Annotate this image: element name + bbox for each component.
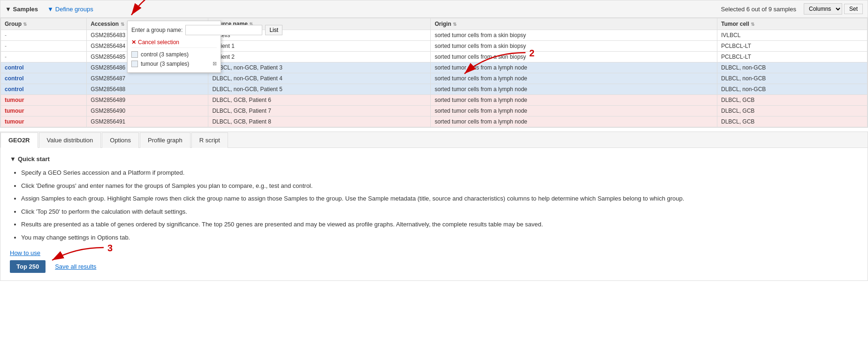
cell-group: - [1,30,87,41]
table-row[interactable]: tumourGSM2856491DLBCL, GCB, Patient 8sor… [1,116,868,127]
group-label-control: control [5,64,24,71]
table-row[interactable]: tumourGSM2856489DLBCL, GCB, Patient 6sor… [1,95,868,106]
control-checkbox[interactable] [131,51,138,58]
group-label-dash: - [5,54,7,60]
cell-origin: sorted tumor cells from a lymph node [431,106,717,116]
cell-source: Patient 1 [208,41,431,52]
cell-accession: GSM2856489 [87,95,208,106]
tab-content: Quick start Specify a GEO Series accessi… [0,148,868,280]
tab-r-script[interactable]: R script [191,132,228,148]
cell-group: - [1,52,87,62]
group-label-tumour: tumour [5,108,24,114]
table-row[interactable]: tumourGSM2856490DLBCL, GCB, Patient 7sor… [1,106,868,116]
selected-info: Selected 6 out of 9 samples [721,6,796,13]
quick-start-bullet: You may change settings in Options tab. [21,233,858,242]
cell-accession: GSM2856491 [87,116,208,127]
group-control-item[interactable]: control (3 samples) [131,50,217,59]
top-250-container: 3 Top 250 [10,260,46,273]
cell-source: Patient 2 [208,52,431,62]
cell-accession: GSM2856488 [87,84,208,95]
cell-group: tumour [1,116,87,127]
group-label-dash: - [5,32,7,39]
group-name-input[interactable] [185,25,262,35]
cell-tumor: IVLBCL [717,30,867,41]
control-group-label[interactable]: control (3 samples) [141,51,189,58]
samples-section: Samples Define groups Enter a group name… [0,0,868,128]
group-label-dash: - [5,43,7,49]
cell-group: control [1,84,87,95]
cell-origin: sorted tumor cells from a lymph node [431,73,717,84]
quick-start-bullet: Results are presented as a table of gene… [21,220,858,229]
cancel-selection-label: Cancel selection [138,39,179,46]
cell-group: - [1,41,87,52]
cell-accession: GSM2856490 [87,106,208,116]
cell-tumor: DLBCL, non-GCB [717,73,867,84]
tumor-sort-icon: ⇅ [751,22,754,27]
group-tumour-item[interactable]: tumour (3 samples) ⊠ [131,59,217,69]
table-row[interactable]: controlGSM2856487DLBCL, non-GCB, Patient… [1,73,868,84]
cell-origin: sorted tumor cells from a lymph node [431,116,717,127]
accession-sort-icon: ⇅ [121,22,124,27]
cell-group: control [1,73,87,84]
group-sort-icon: ⇅ [23,22,27,27]
bottom-actions: 3 Top 250 Save all results [10,260,858,273]
group-label-control: control [5,75,24,82]
col-tumor[interactable]: Tumor cell ⇅ [717,18,867,30]
columns-control: Columns Set [804,3,863,15]
cell-origin: sorted tumor cells from a skin biopsy [431,52,717,62]
cell-tumor: PCLBCL-LT [717,52,867,62]
quick-start-bullet: Assign Samples to each group. Highlight … [21,194,858,203]
cell-tumor: DLBCL, non-GCB [717,62,867,73]
tumour-group-label[interactable]: tumour (3 samples) [141,61,189,67]
col-origin[interactable]: Origin ⇅ [431,18,717,30]
quick-start-list: Specify a GEO Series accession and a Pla… [10,168,858,242]
cell-origin: sorted tumor cells from a lymph node [431,84,717,95]
top-250-button[interactable]: Top 250 [10,260,46,273]
samples-header: Samples Define groups Enter a group name… [0,0,868,18]
tab-profile-graph[interactable]: Profile graph [140,132,190,148]
samples-header-left: Samples Define groups Enter a group name… [5,6,93,13]
define-groups-button[interactable]: Define groups [47,6,93,13]
tumour-checkbox[interactable] [131,61,138,67]
tab-geo2r[interactable]: GEO2R [0,132,38,148]
cell-origin: sorted tumor cells from a lymph node [431,95,717,106]
set-button[interactable]: Set [844,4,863,14]
save-all-link[interactable]: Save all results [55,263,96,270]
cell-origin: sorted tumor cells from a skin biopsy [431,30,717,41]
tabs-bar: GEO2R Value distribution Options Profile… [0,132,868,148]
header-right: Selected 6 out of 9 samples Columns Set [721,3,863,15]
tabs-section: GEO2R Value distribution Options Profile… [0,132,868,281]
group-name-row: Enter a group name: List [131,25,217,35]
cell-tumor: PCLBCL-LT [717,41,867,52]
cell-source: DLBCL, non-GCB, Patient 4 [208,73,431,84]
cell-tumor: DLBCL, non-GCB [717,84,867,95]
quick-start-bullet: Click 'Top 250' to perform the calculati… [21,207,858,217]
cell-group: control [1,62,87,73]
cell-source: DLBCL, non-GCB, Patient 3 [208,62,431,73]
group-label-tumour: tumour [5,118,24,125]
quick-start-header[interactable]: Quick start [10,155,858,163]
samples-title[interactable]: Samples [5,6,38,13]
list-button[interactable]: List [265,25,282,35]
cell-source: DLBCL, GCB, Patient 6 [208,95,431,106]
columns-select[interactable]: Columns [804,3,842,15]
origin-sort-icon: ⇅ [453,22,457,27]
tab-options[interactable]: Options [102,132,139,148]
quick-start-bullet: Specify a GEO Series accession and a Pla… [21,168,858,178]
tab-value-distribution[interactable]: Value distribution [39,132,101,148]
group-name-label: Enter a group name: [131,27,183,33]
col-group[interactable]: Group ⇅ [1,18,87,30]
cell-accession: GSM2856487 [87,73,208,84]
cancel-x-icon: ✕ [131,39,136,46]
cancel-selection-btn[interactable]: ✕ Cancel selection [131,38,217,48]
table-row[interactable]: controlGSM2856488DLBCL, non-GCB, Patient… [1,84,868,95]
cell-origin: sorted tumor cells from a lymph node [431,62,717,73]
cell-source: DLBCL, non-GCB, Patient 5 [208,84,431,95]
cell-tumor: DLBCL, GCB [717,116,867,127]
cell-source: DLBCL, GCB, Patient 8 [208,116,431,127]
cell-source: DLBCL, GCB, Patient 7 [208,106,431,116]
group-label-control: control [5,86,24,93]
how-to-link[interactable]: How to use [10,249,858,256]
tumour-delete-icon[interactable]: ⊠ [213,61,217,67]
cell-group: tumour [1,95,87,106]
